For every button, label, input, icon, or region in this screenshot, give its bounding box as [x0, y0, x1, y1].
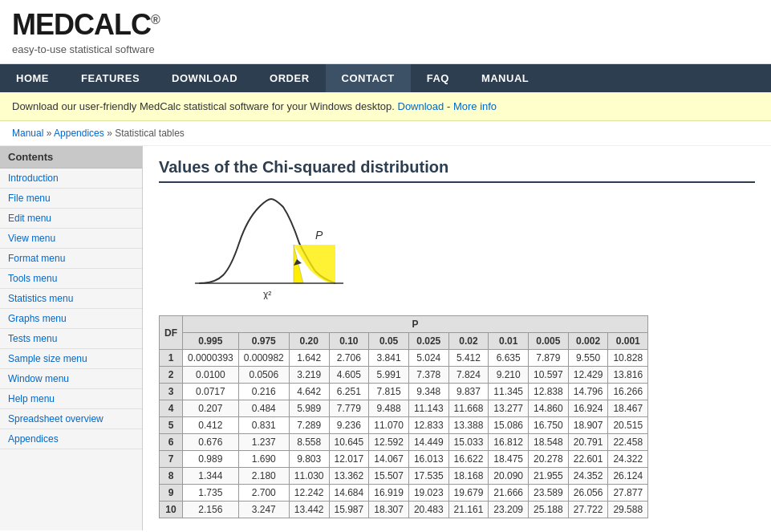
banner-download-link[interactable]: Download — [398, 100, 444, 112]
value-cell: 3.247 — [238, 502, 289, 518]
banner-text: Download our user-friendly MedCalc stati… — [12, 100, 395, 112]
sidebar-item-statistics-menu[interactable]: Statistics menu — [0, 289, 142, 309]
col-header-0.975: 0.975 — [238, 333, 289, 350]
sidebar-item-graphs-menu[interactable]: Graphs menu — [0, 309, 142, 329]
value-cell: 1.344 — [183, 468, 239, 485]
logo-text: MEDCALC — [12, 8, 151, 41]
value-cell: 13.362 — [329, 468, 369, 485]
value-cell: 18.475 — [489, 451, 529, 468]
sidebar-item-view-menu[interactable]: View menu — [0, 229, 142, 249]
table-row: 81.3442.18011.03013.36215.50717.53518.16… — [160, 468, 648, 485]
value-cell: 20.483 — [408, 502, 448, 518]
value-cell: 13.442 — [289, 502, 329, 518]
breadcrumb-appendices[interactable]: Appendices — [54, 128, 104, 139]
value-cell: 7.879 — [529, 350, 569, 367]
col-header-0.025: 0.025 — [408, 333, 448, 350]
value-cell: 8.558 — [289, 434, 329, 451]
col-header-0.05: 0.05 — [369, 333, 409, 350]
sidebar-item-format-menu[interactable]: Format menu — [0, 249, 142, 269]
sidebar-item-edit-menu[interactable]: Edit menu — [0, 209, 142, 229]
breadcrumb-manual[interactable]: Manual — [12, 128, 43, 139]
banner-more-link[interactable]: More info — [453, 100, 497, 112]
value-cell: 9.803 — [289, 451, 329, 468]
sidebar-item-introduction[interactable]: Introduction — [0, 169, 142, 189]
breadcrumb: Manual » Appendices » Statistical tables — [0, 121, 771, 146]
sidebar-item-tools-menu[interactable]: Tools menu — [0, 269, 142, 289]
sidebar-item-window-menu[interactable]: Window menu — [0, 369, 142, 389]
value-cell: 3.219 — [289, 367, 329, 384]
main-nav: HOMEFEATURESDOWNLOADORDERCONTACTFAQMANUA… — [0, 64, 771, 92]
value-cell: 9.348 — [408, 384, 448, 400]
df-header: DF — [160, 316, 183, 350]
nav-item-manual[interactable]: MANUAL — [465, 64, 545, 92]
svg-text:P: P — [315, 229, 323, 242]
value-cell: 9.837 — [448, 384, 489, 400]
value-cell: 18.467 — [608, 400, 648, 417]
sidebar-item-spreadsheet-overview[interactable]: Spreadsheet overview — [0, 409, 142, 429]
value-cell: 12.242 — [289, 485, 329, 502]
value-cell: 3.841 — [369, 350, 409, 367]
df-cell: 6 — [160, 434, 183, 451]
value-cell: 5.024 — [408, 350, 448, 367]
p-header: P — [183, 316, 648, 333]
value-cell: 2.706 — [329, 350, 369, 367]
value-cell: 16.266 — [608, 384, 648, 400]
sidebar-item-appendices[interactable]: Appendices — [0, 429, 142, 449]
nav-item-contact[interactable]: CONTACT — [326, 64, 411, 92]
value-cell: 14.449 — [408, 434, 448, 451]
table-row: 60.6761.2378.55810.64512.59214.44915.033… — [160, 434, 648, 451]
value-cell: 12.429 — [568, 367, 608, 384]
value-cell: 0.412 — [183, 417, 239, 434]
nav-item-order[interactable]: ORDER — [254, 64, 325, 92]
value-cell: 4.642 — [289, 384, 329, 400]
df-cell: 1 — [160, 350, 183, 367]
value-cell: 9.210 — [489, 367, 529, 384]
banner-sep: - — [447, 100, 453, 112]
value-cell: 7.779 — [329, 400, 369, 417]
df-cell: 3 — [160, 384, 183, 400]
value-cell: 20.090 — [489, 468, 529, 485]
col-header-0.10: 0.10 — [329, 333, 369, 350]
value-cell: 15.086 — [489, 417, 529, 434]
value-cell: 9.488 — [369, 400, 409, 417]
main-content: Values of the Chi-squared distribution P… — [143, 146, 771, 530]
value-cell: 7.289 — [289, 417, 329, 434]
logo-subtitle: easy-to-use statistical software — [12, 43, 160, 55]
col-header-0.01: 0.01 — [489, 333, 529, 350]
value-cell: 5.412 — [448, 350, 489, 367]
value-cell: 16.812 — [489, 434, 529, 451]
sidebar-item-file-menu[interactable]: File menu — [0, 189, 142, 209]
value-cell: 6.635 — [489, 350, 529, 367]
value-cell: 0.0100 — [183, 367, 239, 384]
sidebar-item-help-menu[interactable]: Help menu — [0, 389, 142, 409]
nav-item-faq[interactable]: FAQ — [411, 64, 465, 92]
value-cell: 19.023 — [408, 485, 448, 502]
df-cell: 10 — [160, 502, 183, 518]
value-cell: 18.168 — [448, 468, 489, 485]
value-cell: 20.278 — [529, 451, 569, 468]
value-cell: 0.831 — [238, 417, 289, 434]
page-title: Values of the Chi-squared distribution — [159, 158, 755, 183]
sidebar-item-sample-size-menu[interactable]: Sample size menu — [0, 349, 142, 369]
value-cell: 2.700 — [238, 485, 289, 502]
value-cell: 15.033 — [448, 434, 489, 451]
df-cell: 9 — [160, 485, 183, 502]
value-cell: 16.013 — [408, 451, 448, 468]
value-cell: 16.924 — [568, 400, 608, 417]
value-cell: 5.991 — [369, 367, 409, 384]
table-row: 40.2070.4845.9897.7799.48811.14311.66813… — [160, 400, 648, 417]
nav-item-download[interactable]: DOWNLOAD — [156, 64, 254, 92]
nav-item-features[interactable]: FEATURES — [65, 64, 156, 92]
value-cell: 17.535 — [408, 468, 448, 485]
nav-item-home[interactable]: HOME — [0, 64, 65, 92]
value-cell: 15.507 — [369, 468, 409, 485]
value-cell: 21.666 — [489, 485, 529, 502]
value-cell: 6.251 — [329, 384, 369, 400]
col-header-0.002: 0.002 — [568, 333, 608, 350]
value-cell: 18.548 — [529, 434, 569, 451]
value-cell: 21.161 — [448, 502, 489, 518]
sidebar-item-tests-menu[interactable]: Tests menu — [0, 329, 142, 349]
sidebar-title: Contents — [0, 146, 142, 169]
table-row: 50.4120.8317.2899.23611.07012.83313.3881… — [160, 417, 648, 434]
value-cell: 20.791 — [568, 434, 608, 451]
